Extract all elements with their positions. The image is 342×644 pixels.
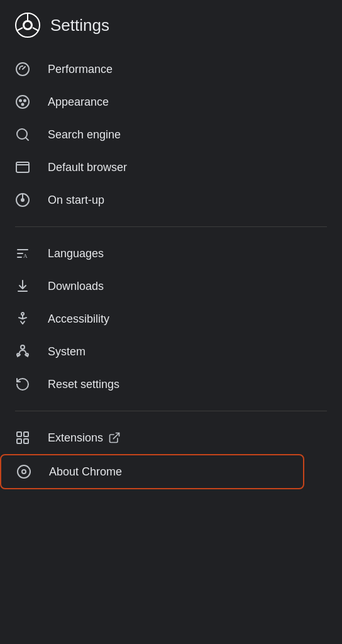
svg-text:A: A [23,253,28,259]
external-link-icon [108,431,121,444]
sidebar-item-appearance[interactable]: Appearance [0,86,332,118]
header: Settings [0,0,342,48]
sidebar-item-downloads[interactable]: Downloads [0,270,332,303]
languages-icon: A [15,246,30,261]
sidebar-item-system[interactable]: System [0,335,332,368]
divider-2 [15,411,327,411]
extensions-icon [15,430,30,445]
sidebar-item-label-languages: Languages [48,247,317,260]
svg-rect-24 [17,439,21,443]
startup-icon [15,192,30,208]
svg-point-7 [16,96,29,108]
svg-line-26 [113,433,119,439]
sidebar-item-search-engine[interactable]: Search engine [0,118,332,151]
svg-point-17 [21,199,24,201]
footer-nav: Extensions About Chrome [0,416,342,494]
svg-point-2 [25,22,31,28]
svg-point-9 [24,100,26,102]
svg-point-8 [19,100,21,102]
browser-icon [15,160,30,175]
sidebar-item-label-system: System [48,345,317,358]
sidebar-item-languages[interactable]: A Languages [0,237,332,270]
page-title: Settings [50,16,109,35]
sidebar-item-about-chrome[interactable]: About Chrome [0,454,304,489]
svg-rect-22 [17,432,21,436]
sidebar-item-default-browser[interactable]: Default browser [0,151,332,184]
sidebar-item-extensions[interactable]: Extensions [0,421,332,454]
extensions-label-group: Extensions [48,431,121,445]
svg-rect-23 [24,432,28,436]
sidebar-item-label-reset-settings: Reset settings [48,378,317,391]
sidebar-item-label-about-chrome: About Chrome [49,465,288,479]
sidebar-item-label-accessibility: Accessibility [48,313,317,326]
svg-line-12 [26,138,28,140]
sidebar-item-label-appearance: Appearance [48,96,317,109]
accessibility-icon [15,311,30,326]
sidebar-item-performance[interactable]: Performance [0,53,332,86]
downloads-icon [15,279,30,294]
sidebar-item-label-search-engine: Search engine [48,128,317,142]
divider-1 [15,226,327,227]
about-chrome-icon [16,464,31,479]
svg-point-29 [23,470,25,473]
search-icon [15,127,30,142]
sidebar-item-reset-settings[interactable]: Reset settings [0,368,332,401]
reset-icon [15,377,30,392]
system-icon [15,344,30,359]
sidebar-item-label-downloads: Downloads [48,280,317,293]
appearance-icon [15,94,30,109]
sidebar-item-on-startup[interactable]: On start-up [0,184,332,216]
svg-line-4 [33,28,39,31]
chrome-logo-icon [15,13,40,38]
performance-icon [15,62,30,77]
sidebar-item-label-on-startup: On start-up [48,194,317,207]
svg-line-5 [17,28,23,31]
svg-rect-25 [24,439,28,443]
sidebar-item-accessibility[interactable]: Accessibility [0,303,332,335]
svg-point-10 [22,104,24,106]
sidebar-item-label-extensions: Extensions [48,431,103,445]
main-nav: Performance Appearance Search engine [0,48,342,221]
sidebar-item-label-performance: Performance [48,63,317,76]
sidebar-item-label-default-browser: Default browser [48,161,317,174]
svg-rect-13 [16,162,29,172]
advanced-nav: A Languages Downloads Accessibility [0,232,342,406]
